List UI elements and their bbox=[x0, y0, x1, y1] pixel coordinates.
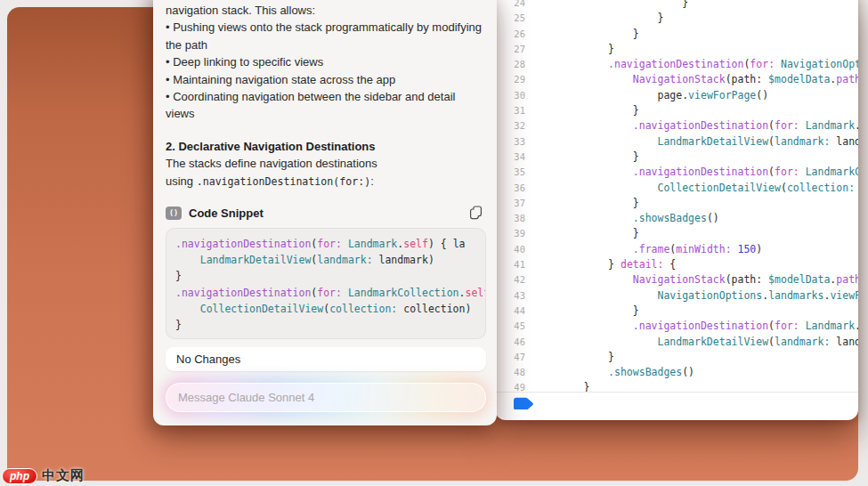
code-line: 38 .showsBadges() bbox=[495, 212, 858, 227]
line-number[interactable]: 47 bbox=[495, 352, 525, 362]
code-snippet-block[interactable]: .navigationDestination(for: Landmark.sel… bbox=[166, 228, 486, 339]
code-line: 27 } bbox=[495, 43, 858, 58]
code-line: 39 } bbox=[495, 227, 858, 242]
code-line: LandmarkDetailView(landmark: landmark) bbox=[175, 251, 485, 267]
code-line: 31 } bbox=[495, 104, 858, 119]
line-number[interactable]: 33 bbox=[495, 136, 525, 147]
line-number[interactable]: 40 bbox=[495, 244, 525, 255]
line-number[interactable]: 29 bbox=[495, 74, 525, 85]
paragraph-intro: navigation stack. This allows: bbox=[166, 2, 486, 19]
code-line: 46 LandmarkDetailView(landmark: landmark… bbox=[495, 336, 858, 351]
bullet-item: • Deep linking to specific views bbox=[166, 53, 486, 70]
code-snippet-icon: () bbox=[166, 207, 182, 220]
line-number[interactable]: 44 bbox=[495, 305, 525, 316]
code-snippet-title: Code Snippet bbox=[189, 207, 462, 220]
line-number[interactable]: 43 bbox=[495, 290, 525, 301]
line-number[interactable]: 27 bbox=[495, 44, 525, 54]
code-line: 24 } bbox=[495, 0, 858, 12]
line-number[interactable]: 37 bbox=[495, 198, 525, 208]
line-number[interactable]: 38 bbox=[495, 213, 525, 223]
code-line: 43 NavigationOptions.landmarks.viewForPa… bbox=[495, 289, 858, 304]
line-number[interactable]: 24 bbox=[495, 0, 525, 8]
code-line: 42 NavigationStack(path: $modelData.path… bbox=[495, 273, 858, 288]
line-number[interactable]: 36 bbox=[495, 182, 525, 193]
line-number[interactable]: 26 bbox=[495, 28, 525, 39]
code-line: } bbox=[175, 267, 485, 283]
section-body: The stacks define navigation destination… bbox=[166, 155, 486, 190]
code-line: 40 .frame(minWidth: 150) bbox=[495, 243, 858, 258]
bullet-item: • Maintaining navigation state across th… bbox=[166, 71, 486, 88]
editor-footer-divider bbox=[495, 392, 858, 393]
message-input[interactable]: Message Claude Sonnet 4 bbox=[166, 383, 486, 412]
section-body-line1: The stacks define navigation destination… bbox=[166, 155, 486, 172]
message-input-placeholder: Message Claude Sonnet 4 bbox=[178, 391, 314, 404]
bullet-list: • Pushing views onto the stack programma… bbox=[166, 19, 486, 122]
php-logo: php bbox=[2, 468, 37, 484]
message-input-glow: Message Claude Sonnet 4 bbox=[166, 383, 486, 412]
breakpoint-tag-icon[interactable] bbox=[513, 397, 534, 413]
bullet-item: • Coordinating navigation between the si… bbox=[166, 88, 486, 123]
no-changes-bar[interactable]: No Changes bbox=[166, 347, 486, 371]
inline-code: .navigationDestination(for:) bbox=[197, 175, 370, 188]
code-line: 49 } bbox=[495, 381, 858, 396]
code-line: 45 .navigationDestination(for: Landmark.… bbox=[495, 320, 858, 335]
line-number[interactable]: 32 bbox=[495, 120, 525, 131]
watermark-text: 中文网 bbox=[42, 467, 85, 484]
line-number[interactable]: 46 bbox=[495, 336, 525, 347]
line-number[interactable]: 25 bbox=[495, 12, 525, 23]
line-number[interactable]: 41 bbox=[495, 259, 525, 270]
code-line: CollectionDetailView(collection: collect… bbox=[175, 300, 485, 316]
code-line: 28 .navigationDestination(for: Navigatio… bbox=[495, 58, 858, 73]
code-line: 25 } bbox=[495, 12, 858, 27]
code-snippet-header: () Code Snippet bbox=[166, 204, 486, 222]
code-line: 35 .navigationDestination(for: LandmarkC… bbox=[495, 166, 858, 181]
line-number[interactable]: 31 bbox=[495, 105, 525, 116]
screen: 24 }25 }26 }27 }28 .navigationDestinatio… bbox=[0, 0, 868, 486]
chat-toolbar bbox=[166, 424, 486, 425]
editor-code-area[interactable]: 24 }25 }26 }27 }28 .navigationDestinatio… bbox=[495, 0, 858, 397]
code-line: 34 } bbox=[495, 150, 858, 166]
code-line: .navigationDestination(for: LandmarkColl… bbox=[175, 284, 485, 300]
code-line: 26 } bbox=[495, 28, 858, 43]
code-line: 44 } bbox=[495, 304, 858, 320]
line-number[interactable]: 39 bbox=[495, 228, 525, 239]
bullet-item: • Pushing views onto the stack programma… bbox=[166, 19, 486, 53]
code-line: 41 } detail: { bbox=[495, 258, 858, 273]
line-number[interactable]: 45 bbox=[495, 320, 525, 331]
code-line: } bbox=[175, 316, 485, 332]
section-heading: 2. Declarative Navigation Destinations bbox=[166, 138, 486, 155]
code-line: 48 .showsBadges() bbox=[495, 366, 858, 381]
code-line: 47 } bbox=[495, 351, 858, 366]
line-number[interactable]: 34 bbox=[495, 151, 525, 162]
code-line: 29 NavigationStack(path: $modelData.path… bbox=[495, 73, 858, 88]
copy-icon[interactable] bbox=[469, 206, 483, 220]
code-editor-window: 24 }25 }26 }27 }28 .navigationDestinatio… bbox=[495, 0, 858, 420]
code-line: 36 CollectionDetailView(collection: coll… bbox=[495, 182, 858, 197]
code-line: 37 } bbox=[495, 197, 858, 212]
code-line: 32 .navigationDestination(for: Landmark.… bbox=[495, 119, 858, 134]
section-body-line2: using .navigationDestination(for:): bbox=[166, 173, 486, 190]
line-number[interactable]: 35 bbox=[495, 166, 525, 177]
line-number[interactable]: 30 bbox=[495, 90, 525, 101]
line-number[interactable]: 48 bbox=[495, 367, 525, 377]
assistant-chat-panel: navigation stack. This allows: • Pushing… bbox=[153, 0, 497, 425]
assistant-message-text: navigation stack. This allows: • Pushing… bbox=[166, 2, 486, 123]
code-line: .navigationDestination(for: Landmark.sel… bbox=[175, 235, 485, 251]
line-number[interactable]: 28 bbox=[495, 59, 525, 69]
line-number[interactable]: 42 bbox=[495, 274, 525, 285]
site-watermark: php 中文网 bbox=[2, 467, 85, 484]
code-line: 33 LandmarkDetailView(landmark: landmark… bbox=[495, 135, 858, 150]
code-line: 30 page.viewForPage() bbox=[495, 89, 858, 104]
